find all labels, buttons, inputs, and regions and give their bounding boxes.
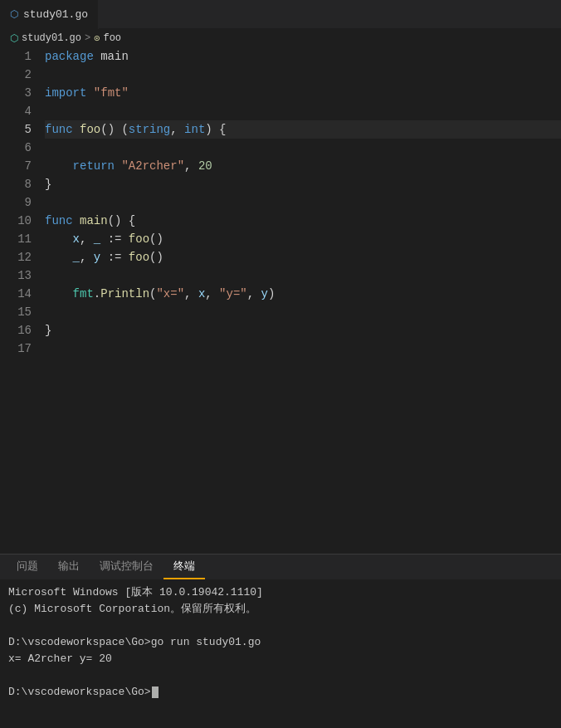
terminal-line-5 <box>8 667 553 684</box>
code-line-4 <box>45 102 561 120</box>
terminal-line-0: Microsoft Windows [版本 10.0.19042.1110] <box>8 584 553 601</box>
line-number-5: 5 <box>17 120 32 139</box>
panel-tab-问题[interactable]: 问题 <box>7 555 48 579</box>
code-line-5: func foo() (string, int) { <box>45 120 561 139</box>
terminal-line-4: x= A2rcher y= 20 <box>8 651 553 667</box>
code-line-16: } <box>45 321 561 340</box>
code-line-12: _, y := foo() <box>45 248 561 266</box>
panel-tab-输出[interactable]: 输出 <box>48 555 90 579</box>
code-line-3: import "fmt" <box>45 84 561 102</box>
terminal-line-2 <box>8 618 553 634</box>
code-line-13 <box>45 266 561 285</box>
tab-study01[interactable]: ⬡ study01.go <box>0 0 99 29</box>
code-line-6 <box>45 139 561 157</box>
breadcrumb: ⬡ study01.go > ⊙ foo <box>0 29 561 47</box>
line-number-13: 13 <box>17 266 32 285</box>
code-line-2 <box>45 66 561 84</box>
terminal-content[interactable]: Microsoft Windows [版本 10.0.19042.1110](c… <box>0 579 561 728</box>
panel-tab-调试控制台[interactable]: 调试控制台 <box>90 555 163 579</box>
line-number-3: 3 <box>17 84 32 102</box>
line-number-16: 16 <box>17 321 32 340</box>
line-number-9: 9 <box>17 193 32 212</box>
panel: 问题输出调试控制台终端 Microsoft Windows [版本 10.0.1… <box>0 554 561 728</box>
line-number-8: 8 <box>17 175 32 193</box>
terminal-line-3: D:\vscodeworkspace\Go>go run study01.go <box>8 634 553 651</box>
line-number-15: 15 <box>17 303 32 321</box>
code-line-15 <box>45 303 561 321</box>
breadcrumb-func[interactable]: foo <box>103 32 121 44</box>
code-line-14: fmt.Println("x=", x, "y=", y) <box>45 285 561 303</box>
go-file-icon: ⬡ <box>10 8 18 21</box>
code-line-17 <box>45 340 561 358</box>
code-line-9 <box>45 193 561 212</box>
code-area[interactable]: package main import "fmt" func foo() (st… <box>41 47 561 554</box>
breadcrumb-symbol-icon: ⊙ <box>94 32 100 45</box>
terminal-cursor <box>152 686 159 698</box>
code-line-1: package main <box>45 47 561 66</box>
code-line-11: x, _ := foo() <box>45 230 561 248</box>
line-number-1: 1 <box>17 47 32 66</box>
breadcrumb-go-icon: ⬡ <box>10 32 18 45</box>
line-number-17: 17 <box>17 340 32 358</box>
line-number-6: 6 <box>17 139 32 157</box>
breadcrumb-sep1: > <box>85 32 90 44</box>
line-number-14: 14 <box>17 285 32 303</box>
line-number-11: 11 <box>17 230 32 248</box>
panel-tabs: 问题输出调试控制台终端 <box>0 555 561 579</box>
code-line-10: func main() { <box>45 212 561 230</box>
line-number-4: 4 <box>17 102 32 120</box>
line-number-2: 2 <box>17 66 32 84</box>
line-number-12: 12 <box>17 248 32 266</box>
terminal-line-1: (c) Microsoft Corporation。保留所有权利。 <box>8 601 553 618</box>
terminal-line-6: D:\vscodeworkspace\Go> <box>8 684 553 701</box>
editor-area: 1234567891011121314151617 package main i… <box>0 47 561 554</box>
line-number-7: 7 <box>17 157 32 175</box>
line-numbers: 1234567891011121314151617 <box>0 47 41 554</box>
panel-tab-终端[interactable]: 终端 <box>163 555 205 579</box>
code-line-8: } <box>45 175 561 193</box>
tab-label: study01.go <box>23 8 88 21</box>
code-line-7: return "A2rcher", 20 <box>45 157 561 175</box>
tab-bar: ⬡ study01.go <box>0 0 561 29</box>
breadcrumb-file[interactable]: study01.go <box>22 32 81 44</box>
line-number-10: 10 <box>17 212 32 230</box>
